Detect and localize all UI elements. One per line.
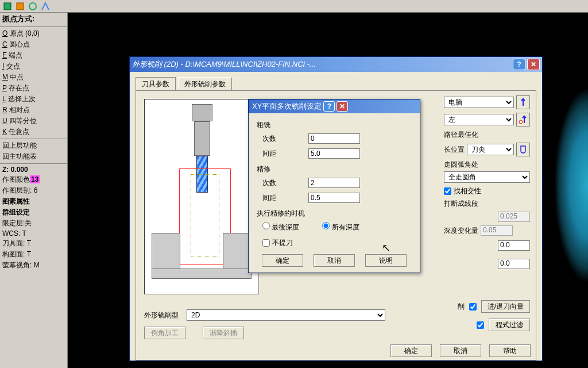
type-select[interactable]: 2D (187, 309, 385, 321)
tip-select[interactable]: 刀尖 (467, 144, 514, 155)
dialog-buttons: 确定 取消 帮助 (390, 344, 531, 357)
arc-label: 走圆弧角处 (444, 160, 530, 170)
seg-value: 0.025 (498, 212, 530, 222)
snap-midpoint[interactable]: M 中点 (0, 72, 67, 83)
input-b[interactable]: 0.0 (498, 259, 530, 269)
sub-title: XY平面多次铣削设定 (252, 101, 322, 112)
depth-value: 0.05 (481, 225, 513, 236)
sub-body: 粗铣 次数 间距 精修 次数 间距 执行精修的时机 最後深度 所有深度 不提刀 … (249, 113, 420, 273)
toolbar-icon[interactable] (15, 1, 25, 12)
snap-endpoint[interactable]: E 端点 (0, 50, 67, 61)
no-retract-check[interactable]: 不提刀 (257, 238, 412, 248)
finish-count-input[interactable] (308, 178, 360, 188)
elem-attr[interactable]: 图素属性 (0, 196, 67, 207)
z-status[interactable]: Z: 0.000 (0, 165, 67, 174)
snap-existing[interactable]: P 存在点 (0, 83, 67, 94)
return-up[interactable]: 回上层功能 (0, 140, 67, 151)
return-main[interactable]: 回主功能表 (0, 151, 67, 162)
sub-titlebar[interactable]: XY平面多次铣削设定 ? ✕ (249, 99, 420, 113)
help-button[interactable]: 帮助 (489, 344, 531, 357)
toolbar-icon[interactable] (40, 1, 51, 12)
wcs-status[interactable]: WCS: T (0, 229, 67, 238)
ok-button[interactable]: 确定 (390, 344, 432, 357)
svg-point-3 (519, 120, 523, 124)
lead-button[interactable]: 进/退刀向量 (481, 300, 530, 313)
snap-any[interactable]: K 任意点 (0, 126, 67, 137)
filter-check[interactable] (477, 321, 484, 329)
snap-intersect[interactable]: I 交点 (0, 61, 67, 72)
check-break-seg[interactable]: 打断成线段 (444, 199, 530, 209)
cons-face[interactable]: 构图面: T (0, 249, 67, 260)
check-intersect[interactable]: 找相交性 (444, 186, 530, 196)
tip-pos-label: 长位置 (444, 145, 465, 155)
corner-select[interactable]: 全走圆角 (444, 171, 530, 183)
dir-icon[interactable] (516, 113, 530, 126)
check-depth-var[interactable]: 深度变化量 0.05 (444, 225, 530, 236)
finish-step-input[interactable] (308, 193, 360, 203)
snap-relative[interactable]: R 相对点 (0, 105, 67, 116)
input-a[interactable]: 0.0 (498, 240, 530, 251)
lead-check[interactable] (469, 303, 477, 310)
ramp-button[interactable]: 渐降斜插 (203, 327, 244, 339)
snap-center[interactable]: C 圆心点 (0, 39, 67, 50)
rough-step-label: 间距 (257, 149, 308, 159)
illustration (144, 99, 259, 294)
sub-help-icon[interactable]: ? (323, 101, 335, 112)
sub-help[interactable]: 说明 (365, 254, 407, 267)
help-icon[interactable]: ? (513, 59, 525, 70)
snap-last[interactable]: L 选择上次 (0, 94, 67, 105)
finish-group: 精修 (257, 164, 412, 174)
tab-tool-params[interactable]: 刀具参数 (136, 77, 176, 91)
sub-cancel[interactable]: 取消 (314, 254, 355, 267)
sub-buttons: 确定 取消 说明 (257, 251, 412, 267)
tab-contour-params[interactable]: 外形铣削参数 (178, 77, 232, 91)
screen-view[interactable]: 萤幕视角: M (0, 260, 67, 271)
type-label: 外形铣削型 (144, 310, 179, 320)
cut-fragment: 削 (458, 302, 465, 312)
tab-bar: 刀具参数 外形铣削参数 (130, 72, 542, 90)
rough-step-input[interactable] (308, 148, 360, 159)
comp-icon[interactable] (516, 95, 530, 109)
finish-count-label: 次数 (257, 178, 308, 188)
close-icon[interactable]: ✕ (527, 59, 540, 70)
tip-icon[interactable] (516, 143, 530, 156)
corner-button[interactable]: 倒角加工 (144, 327, 185, 339)
snap-mode-title: 抓点方式: (0, 13, 67, 25)
draw-color[interactable]: 作图颜色13 (0, 174, 67, 185)
rough-count-label: 次数 (257, 134, 308, 144)
radio-final-depth[interactable]: 最後深度 (262, 222, 299, 232)
side-select[interactable]: 左 (444, 114, 514, 125)
right-checks: 削 进/退刀向量 程式过滤 (458, 300, 530, 337)
draw-layer[interactable]: 作图层别: 6 (0, 185, 67, 196)
type-row: 外形铣削型 2D (144, 309, 385, 321)
rough-count-input[interactable] (308, 133, 360, 144)
top-toolbar[interactable] (0, 0, 588, 13)
snap-origin[interactable]: O 原点 (0,0) (0, 28, 67, 39)
svg-rect-1 (17, 3, 24, 10)
finish-step-label: 间距 (257, 193, 308, 203)
sub-close-icon[interactable]: ✕ (336, 101, 348, 112)
limit-layer[interactable]: 限定层:关 (0, 218, 67, 229)
sub-ok[interactable]: 确定 (262, 254, 303, 267)
right-params: 电脑 左 路径最佳化 长位置 刀尖 走圆弧角处 全走圆角 找相交性 打断成线段 … (444, 95, 530, 273)
svg-point-2 (29, 3, 36, 10)
comp-select[interactable]: 电脑 (444, 97, 514, 108)
optimize-path[interactable]: 路径最佳化 (444, 130, 530, 140)
toolbar-icon[interactable] (28, 1, 38, 12)
toolbar-icon[interactable] (2, 1, 13, 12)
filter-button[interactable]: 程式过滤 (489, 319, 530, 331)
bottom-buttons: 倒角加工 渐降斜插 (144, 327, 244, 339)
group-set[interactable]: 群组设定 (0, 207, 67, 218)
dialog-title: 外形铣削 (2D) - D:\MCAM9\MILL\NCI\ZH02-FIN.N… (132, 59, 316, 70)
timing-group: 执行精修的时机 (257, 209, 412, 218)
svg-rect-0 (4, 3, 11, 10)
rough-group: 粗铣 (257, 120, 412, 130)
cancel-button[interactable]: 取消 (440, 344, 481, 357)
dialog-titlebar[interactable]: 外形铣削 (2D) - D:\MCAM9\MILL\NCI\ZH02-FIN.N… (130, 57, 542, 72)
left-panel: 抓点方式: O 原点 (0,0) C 圆心点 E 端点 I 交点 M 中点 P … (0, 13, 68, 368)
tool-face[interactable]: 刀具面: T (0, 238, 67, 249)
radio-all-depth[interactable]: 所有深度 (322, 222, 359, 232)
snap-quadrant[interactable]: U 四等分位 (0, 116, 67, 126)
xy-multipass-dialog: XY平面多次铣削设定 ? ✕ 粗铣 次数 间距 精修 次数 间距 执行精修的时机… (248, 99, 420, 273)
